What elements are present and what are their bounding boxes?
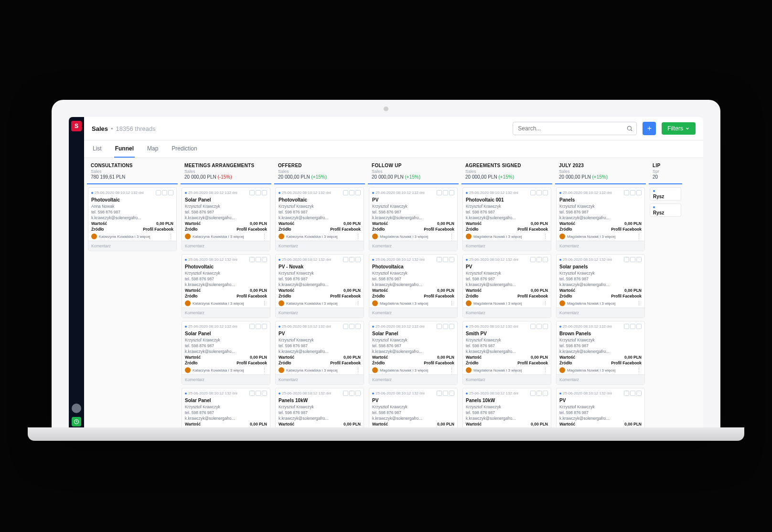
archive-icon[interactable]: [262, 324, 267, 329]
task-icon[interactable]: [249, 190, 255, 195]
calendar-icon[interactable]: [256, 257, 261, 262]
deal-card[interactable]: 25-06-2020 08:10:12 132 dniSolar PanelKr…: [182, 388, 270, 432]
calendar-icon[interactable]: [256, 190, 261, 195]
calendar-icon[interactable]: [349, 257, 354, 262]
comment-field[interactable]: Komentarz: [276, 374, 364, 384]
archive-icon[interactable]: [449, 190, 454, 195]
more-icon[interactable]: ⋮: [449, 301, 454, 306]
more-icon[interactable]: ⋮: [543, 368, 548, 373]
more-icon[interactable]: ⋮: [636, 368, 642, 373]
calendar-icon[interactable]: [443, 324, 448, 329]
calendar-icon[interactable]: [256, 324, 261, 329]
task-icon[interactable]: [530, 257, 536, 262]
comment-field[interactable]: Komentarz: [463, 308, 551, 318]
archive-icon[interactable]: [355, 190, 361, 195]
archive-icon[interactable]: [355, 257, 361, 262]
comment-field[interactable]: Komentarz: [463, 374, 551, 384]
calendar-icon[interactable]: [443, 257, 448, 262]
deal-card[interactable]: 25-06-2020 08:10:12 132 dniSmith PVKrzys…: [462, 321, 551, 385]
calendar-icon[interactable]: [349, 391, 354, 396]
task-icon[interactable]: [249, 391, 255, 396]
archive-icon[interactable]: [449, 324, 454, 329]
task-icon[interactable]: [343, 257, 348, 262]
task-icon[interactable]: [343, 324, 348, 329]
deal-card[interactable]: 25-06-2020 08:10:12 132 dniPhotovoltaica…: [369, 254, 458, 318]
comment-field[interactable]: Komentarz: [557, 308, 644, 318]
task-icon[interactable]: [624, 190, 629, 195]
calendar-icon[interactable]: [630, 391, 635, 396]
comment-field[interactable]: Komentarz: [182, 241, 270, 251]
comment-field[interactable]: Komentarz: [557, 374, 644, 384]
task-icon[interactable]: [249, 324, 255, 329]
app-logo[interactable]: S: [71, 121, 82, 131]
task-icon[interactable]: [343, 391, 348, 396]
archive-icon[interactable]: [449, 257, 454, 262]
comment-field[interactable]: Komentarz: [276, 241, 364, 251]
more-icon[interactable]: ⋮: [636, 234, 642, 239]
deal-card[interactable]: 25-06-2020 08:10:12 132 dniPanels 10kWKr…: [462, 388, 551, 432]
more-icon[interactable]: ⋮: [543, 301, 548, 306]
deal-card[interactable]: Rysz: [650, 187, 681, 201]
calendar-icon[interactable]: [443, 190, 448, 195]
archive-icon[interactable]: [543, 324, 548, 329]
deal-card[interactable]: 25-06-2020 08:10:12 132 dniPhotovoltaicK…: [275, 187, 364, 251]
calendar-icon[interactable]: [536, 324, 542, 329]
more-icon[interactable]: ⋮: [449, 234, 454, 239]
deal-card[interactable]: 25-06-2020 08:10:12 132 dniSolar PanelKr…: [182, 321, 270, 385]
task-icon[interactable]: [156, 190, 161, 195]
deal-card[interactable]: 25-06-2020 08:10:12 132 dniSolar PanelKr…: [182, 187, 270, 251]
comment-field[interactable]: Komentarz: [182, 374, 270, 384]
archive-icon[interactable]: [355, 391, 361, 396]
deal-card[interactable]: 25-06-2020 08:10:12 132 dniPanelsKrzyszt…: [556, 187, 645, 251]
deal-card[interactable]: 25-06-2020 08:10:12 132 dniSolar panelsK…: [556, 254, 645, 318]
comment-field[interactable]: Komentarz: [557, 241, 644, 251]
archive-icon[interactable]: [355, 324, 361, 329]
tab-prediction[interactable]: Prediction: [171, 140, 198, 158]
user-avatar[interactable]: [72, 404, 81, 413]
calendar-icon[interactable]: [162, 190, 167, 195]
archive-icon[interactable]: [636, 257, 642, 262]
calendar-icon[interactable]: [256, 391, 261, 396]
calendar-icon[interactable]: [443, 391, 448, 396]
comment-field[interactable]: Komentarz: [88, 241, 176, 251]
task-icon[interactable]: [624, 324, 629, 329]
calendar-icon[interactable]: [630, 324, 635, 329]
comment-field[interactable]: Komentarz: [369, 374, 457, 384]
deal-card[interactable]: 25-06-2020 08:10:12 132 dniPVKrzysztof K…: [556, 388, 645, 432]
deal-card[interactable]: 25-06-2020 08:10:12 132 dniPVKrzysztof K…: [462, 254, 551, 318]
more-icon[interactable]: ⋮: [262, 234, 267, 239]
calendar-icon[interactable]: [349, 324, 354, 329]
tab-map[interactable]: Map: [146, 140, 159, 158]
archive-icon[interactable]: [262, 257, 267, 262]
filters-button[interactable]: Filters: [662, 122, 696, 135]
archive-icon[interactable]: [636, 391, 642, 396]
more-icon[interactable]: ⋮: [168, 234, 173, 239]
deal-card[interactable]: Rysz: [650, 203, 681, 217]
more-icon[interactable]: ⋮: [355, 368, 361, 373]
archive-icon[interactable]: [262, 391, 267, 396]
clock-icon[interactable]: [72, 417, 81, 426]
task-icon[interactable]: [530, 391, 536, 396]
add-button[interactable]: +: [643, 122, 656, 135]
task-icon[interactable]: [530, 324, 536, 329]
archive-icon[interactable]: [168, 190, 173, 195]
calendar-icon[interactable]: [349, 190, 354, 195]
task-icon[interactable]: [437, 324, 442, 329]
archive-icon[interactable]: [262, 190, 267, 195]
deal-card[interactable]: 25-06-2020 08:10:12 132 dniPanels 10kWKr…: [275, 388, 364, 432]
archive-icon[interactable]: [449, 391, 454, 396]
task-icon[interactable]: [437, 391, 442, 396]
search-input[interactable]: [513, 122, 637, 135]
deal-card[interactable]: 25-06-2020 08:10:12 132 dniSolar PanelKr…: [369, 321, 458, 385]
more-icon[interactable]: ⋮: [636, 301, 642, 306]
archive-icon[interactable]: [636, 190, 642, 195]
more-icon[interactable]: ⋮: [449, 368, 454, 373]
task-icon[interactable]: [624, 391, 629, 396]
archive-icon[interactable]: [543, 257, 548, 262]
comment-field[interactable]: Komentarz: [369, 241, 457, 251]
more-icon[interactable]: ⋮: [355, 234, 361, 239]
comment-field[interactable]: Komentarz: [182, 308, 270, 318]
comment-field[interactable]: Komentarz: [369, 308, 457, 318]
tab-list[interactable]: List: [92, 140, 103, 158]
comment-field[interactable]: Komentarz: [276, 308, 364, 318]
